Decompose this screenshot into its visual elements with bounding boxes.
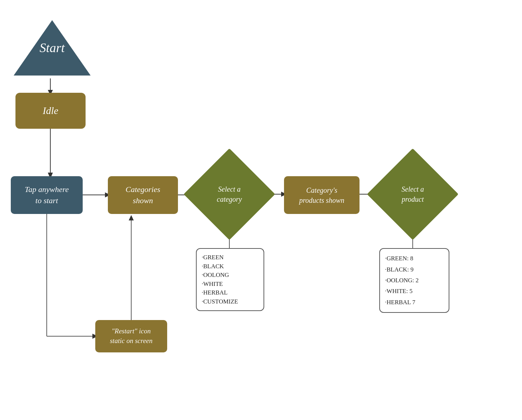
- list-item: ·OOLONG: 2: [385, 277, 444, 284]
- select-product-node: Select aproduct: [380, 162, 445, 227]
- idle-label: Idle: [43, 105, 59, 117]
- list-item: ·OOLONG: [202, 271, 258, 279]
- list-item: ·BLACK: 9: [385, 266, 444, 273]
- select-product-label: Select aproduct: [402, 184, 424, 204]
- list-item: ·WHITE: [202, 280, 258, 288]
- list-item: ·CUSTOMIZE: [202, 298, 258, 305]
- products-list: ·GREEN: 8 ·BLACK: 9 ·OOLONG: 2 ·WHITE: 5…: [379, 248, 449, 313]
- list-item: ·HERBAL 7: [385, 299, 444, 306]
- restart-node: "Restart" iconstatic on screen: [95, 320, 167, 352]
- list-item: ·BLACK: [202, 263, 258, 270]
- select-category-label: Select acategory: [217, 184, 242, 204]
- list-item: ·HERBAL: [202, 289, 258, 296]
- list-item: ·GREEN: 8: [385, 255, 444, 262]
- diagram: Start Idle Tap anywhereto start Categori…: [0, 0, 522, 420]
- categories-shown-label: Categoriesshown: [125, 184, 160, 206]
- category-products-label: Category'sproducts shown: [299, 185, 344, 205]
- start-label: Start: [40, 40, 65, 55]
- category-products-node: Category'sproducts shown: [284, 176, 360, 214]
- select-category-node: Select acategory: [197, 162, 262, 227]
- idle-node: Idle: [15, 93, 86, 129]
- start-node: Start: [11, 17, 93, 78]
- tap-anywhere-node: Tap anywhereto start: [11, 176, 83, 214]
- list-item: ·WHITE: 5: [385, 288, 444, 295]
- restart-label: "Restart" iconstatic on screen: [110, 327, 153, 346]
- categories-list: ·GREEN ·BLACK ·OOLONG ·WHITE ·HERBAL ·CU…: [196, 248, 264, 311]
- list-item: ·GREEN: [202, 254, 258, 261]
- svg-marker-18: [129, 215, 134, 220]
- tap-anywhere-label: Tap anywhereto start: [25, 184, 69, 206]
- categories-shown-node: Categoriesshown: [108, 176, 178, 214]
